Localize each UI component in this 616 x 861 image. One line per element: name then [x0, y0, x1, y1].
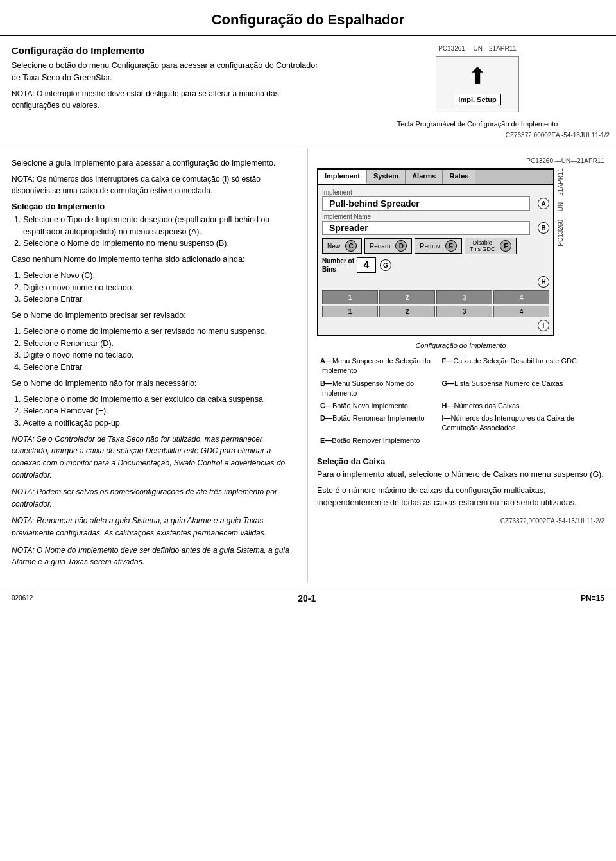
ui-mockup: Implement System Alarms Rates Implement …: [317, 168, 554, 336]
legend-item-left-B: B—Menu Suspenso Nome do Implemento: [318, 378, 439, 399]
se-revisar: Se o Nome do Implemento precisar ser rev…: [12, 309, 296, 322]
steps-add-list: Selecione Novo (C). Digite o novo nome n…: [23, 270, 296, 306]
tab-rates[interactable]: Rates: [443, 170, 475, 184]
step-selection-2: Selecione o Nome do Implemento no menu s…: [23, 238, 296, 250]
page-title: Configuração do Espalhador: [0, 12, 616, 28]
legend-item-right-H: H—Números das Caixas: [440, 401, 603, 412]
btn-rename-label: Renam: [370, 243, 390, 250]
ui-implement-type-row: Pull-behind Spreader A: [322, 196, 549, 211]
caption: Configuração do Implemento: [317, 342, 604, 349]
badge-h: H: [538, 276, 549, 288]
ui-barnum-4: 4: [493, 306, 549, 317]
steps-revise-list: Selecione o nome do implemento a ser rev…: [23, 326, 296, 374]
legend-table: A—Menu Suspenso de Seleção do Implemento…: [317, 354, 604, 448]
nota5: NOTA: O Nome do Implemento deve ser defi…: [12, 544, 296, 568]
badge-d: D: [395, 240, 407, 252]
ui-bars-top: 1 2 3 4: [322, 290, 549, 304]
step-remove-2: Selecione Remover (E).: [23, 405, 296, 417]
ui-bins-row: Number ofBins 4 G: [322, 257, 549, 274]
legend-item-right-I: I—Números dos Interruptores da Caixa de …: [440, 413, 603, 434]
legend-item-left-E: E—Botão Remover Implemento: [318, 435, 439, 446]
ui-implement-sublabel: Implement: [322, 189, 549, 196]
ui-bar-1: 1: [322, 290, 378, 304]
step-add-3: Selecione Entrar.: [23, 293, 296, 306]
impl-setup-box: ⬆ Impl. Setup: [436, 56, 519, 112]
footer-pn: PN=15: [581, 594, 604, 603]
vertical-pc-label: PC13260 —UN—21APR11: [557, 168, 564, 247]
btn-new-label: New: [327, 243, 340, 250]
footer-page-num: 20-1: [298, 593, 316, 604]
ui-barnum-2: 2: [379, 306, 435, 317]
btn-new[interactable]: New C: [322, 238, 362, 254]
cz-label-right: CZ76372,00002EA -54-13JUL11-2/2: [317, 517, 604, 525]
step-revise-4: Selecione Entrar.: [23, 361, 296, 374]
nota3: NOTA: Podem ser salvos os nomes/configur…: [12, 486, 296, 510]
btn-disable-label: Disable This GDC: [470, 239, 495, 252]
pc-label-top: PC13261 —UN—21APR11: [438, 45, 517, 52]
ui-implement-type-value[interactable]: Pull-behind Spreader: [322, 196, 530, 211]
footer-code: 020612: [12, 595, 33, 602]
step-remove-1: Selecione o nome do implemento a ser exc…: [23, 394, 296, 406]
nota4: NOTA: Renomear não afeta a guia Sistema,…: [12, 515, 296, 539]
ui-bars-bottom: 1 2 3 4: [322, 306, 549, 317]
badge-i: I: [538, 320, 549, 331]
page-title-bar: Configuração do Espalhador: [0, 0, 616, 36]
selecao-heading: Seleção da Caixa: [317, 457, 604, 466]
config-para1: Selecione o botão do menu Configuração p…: [12, 60, 327, 84]
selecao-section: Seleção da Caixa Para o implemento atual…: [317, 457, 604, 509]
se-nao-necesario: Se o Nome do Implemento não for mais nec…: [12, 378, 296, 390]
ui-btn-row: New C Renam D Remov E Disable This GDC: [322, 238, 549, 254]
left-nota-interruptores: NOTA: Os números dos interruptores da ca…: [12, 173, 296, 196]
ui-implement-name-label: Implement Name: [322, 213, 549, 220]
ui-bins-value[interactable]: 4: [357, 257, 376, 273]
legend-item-right-G: G—Lista Suspensa Número de Caixas: [440, 378, 603, 399]
steps-remove-list: Selecione o nome do implemento a ser exc…: [23, 394, 296, 430]
ui-bar-4: 4: [493, 290, 549, 304]
step-remove-3: Aceite a notificação pop-up.: [23, 417, 296, 430]
tab-system[interactable]: System: [367, 170, 406, 184]
step-revise-1: Selecione o nome do implemento a ser rev…: [23, 326, 296, 338]
ui-tabs: Implement System Alarms Rates: [318, 170, 553, 185]
pc-label-right: PC13260 —UN—21APR11: [317, 157, 604, 164]
btn-disable[interactable]: Disable This GDC F: [465, 238, 517, 254]
badge-g: G: [380, 259, 391, 271]
selecao-para1: Para o implemento atual, selecione o Núm…: [317, 469, 604, 481]
selecao-para2: Este é o número máximo de caixas da conf…: [317, 485, 604, 509]
ui-implement-name-row: Spreader B: [322, 221, 549, 235]
selecao-heading: Seleção do Implemento: [12, 202, 296, 211]
ui-content: Implement Pull-behind Spreader A Impleme…: [318, 185, 553, 335]
ui-bar-3: 3: [436, 290, 492, 304]
ui-barnum-3: 3: [436, 306, 492, 317]
ui-bar-2: 2: [379, 290, 435, 304]
legend-item-left-A: A—Menu Suspenso de Seleção do Implemento: [318, 356, 439, 377]
btn-remove[interactable]: Remov E: [415, 238, 462, 254]
badge-c: C: [345, 240, 357, 252]
btn-remove-label: Remov: [420, 243, 440, 250]
impl-setup-label: Impl. Setup: [454, 94, 501, 105]
badge-f: F: [500, 240, 511, 252]
step-revise-3: Digite o novo nome no teclado.: [23, 349, 296, 361]
tab-alarms[interactable]: Alarms: [406, 170, 443, 184]
tab-implement[interactable]: Implement: [318, 170, 367, 184]
cz-label-top: CZ76372,00002EA -54-13JUL11-1/2: [345, 132, 610, 139]
legend-item-left-C: C—Botão Novo Implemento: [318, 401, 439, 412]
caso-none: Caso nenhum Nome do Implemento tenha sid…: [12, 254, 296, 266]
badge-e: E: [445, 240, 457, 252]
ui-bins-label: Number ofBins: [322, 257, 354, 274]
step-add-1: Selecione Novo (C).: [23, 270, 296, 282]
btn-rename[interactable]: Renam D: [364, 238, 412, 254]
ui-implement-name-value[interactable]: Spreader: [322, 221, 530, 235]
config-nota1: NOTA: O interruptor mestre deve estar de…: [12, 88, 327, 111]
nota2: NOTA: Se o Controlador de Taxa Seco não …: [12, 433, 296, 481]
left-intro: Selecione a guia Implemento para acessar…: [12, 157, 296, 170]
config-implement-heading: Configuração do Implemento: [12, 45, 327, 56]
steps-selection-list: Selecione o Tipo de Implemento desejado …: [23, 214, 296, 250]
page-footer: 020612 20-1 PN=15: [0, 589, 616, 607]
ui-barnum-1: 1: [322, 306, 378, 317]
impl-setup-icon: ⬆: [445, 63, 509, 90]
tecla-label: Tecla Programável de Configuração do Imp…: [397, 120, 558, 128]
step-revise-2: Selecione Renomear (D).: [23, 338, 296, 350]
legend-item-right-F: F—Caixa de Seleção Desabilitar este GDC: [440, 356, 603, 377]
badge-b: B: [538, 222, 549, 234]
step-selection-1: Selecione o Tipo de Implemento desejado …: [23, 214, 296, 238]
